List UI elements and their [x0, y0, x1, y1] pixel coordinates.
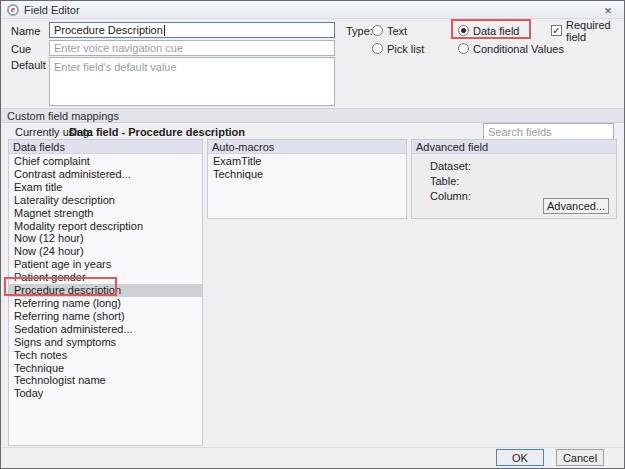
radio-conditional-values[interactable]: Conditional Values [458, 41, 564, 56]
list-item[interactable]: Patient gender [9, 271, 202, 284]
advanced-field-body: Dataset: Table: Column: Advanced... [412, 154, 616, 218]
list-item[interactable]: Now (24 hour) [9, 245, 202, 258]
dataset-label: Dataset: [430, 160, 471, 172]
list-item[interactable]: Today [9, 387, 202, 400]
currently-using-value: Data field - Procedure description [69, 126, 245, 138]
name-label: Name [11, 25, 40, 37]
required-field-label: Required field [566, 19, 624, 43]
list-item[interactable]: Exam title [9, 181, 202, 194]
text-caret [164, 25, 165, 36]
list-item[interactable]: ExamTitle [208, 155, 406, 168]
data-fields-list[interactable]: Chief complaintContrast administered...E… [9, 154, 202, 445]
cue-label: Cue [11, 43, 31, 55]
advanced-field-header: Advanced field [412, 140, 616, 154]
radio-icon [372, 43, 383, 54]
list-item[interactable]: Laterality description [9, 194, 202, 207]
radio-data-field-label: Data field [473, 25, 519, 37]
list-item[interactable]: Modality report description [9, 220, 202, 233]
list-item[interactable]: Procedure description [9, 284, 202, 297]
window-title: Field Editor [24, 4, 80, 16]
list-item[interactable]: Contrast administered... [9, 168, 202, 181]
default-input[interactable]: Enter field's default value [49, 57, 335, 106]
list-item[interactable]: Tech notes [9, 349, 202, 362]
section-header-custom-field-mappings: Custom field mappings [1, 108, 624, 123]
table-label: Table: [430, 175, 459, 187]
radio-data-field[interactable]: Data field [458, 23, 519, 38]
ok-button[interactable]: OK [496, 449, 544, 466]
cue-input[interactable]: Enter voice navigation cue [49, 40, 335, 56]
auto-macros-header: Auto-macros [208, 140, 406, 154]
name-input[interactable]: Procedure Description [49, 22, 335, 38]
data-fields-header-label: Data fields [13, 141, 65, 153]
close-icon[interactable]: × [600, 2, 616, 18]
section-title: Custom field mappings [7, 110, 119, 122]
checkbox-icon: ✓ [551, 25, 562, 36]
list-item[interactable]: Technologist name [9, 374, 202, 387]
app-logo-glyph: e [11, 5, 15, 14]
list-item[interactable]: Chief complaint [9, 155, 202, 168]
radio-pick-list[interactable]: Pick list [372, 41, 424, 56]
list-item[interactable]: Now (12 hour) [9, 232, 202, 245]
name-value: Procedure Description [54, 24, 163, 36]
footer-divider [1, 447, 624, 448]
search-placeholder: Search fields [488, 126, 552, 138]
cancel-button[interactable]: Cancel [556, 449, 604, 466]
auto-macros-list[interactable]: ExamTitleTechnique [208, 154, 406, 218]
cue-placeholder: Enter voice navigation cue [54, 42, 183, 54]
list-item[interactable]: Sedation administered... [9, 323, 202, 336]
list-item[interactable]: Referring name (long) [9, 297, 202, 310]
radio-icon [458, 25, 469, 36]
advanced-button[interactable]: Advanced... [543, 198, 609, 214]
radio-pick-list-label: Pick list [387, 43, 424, 55]
default-label: Default [11, 59, 46, 71]
data-fields-header: Data fields [9, 140, 202, 154]
list-item[interactable]: Magnet strength [9, 207, 202, 220]
check-glyph: ✓ [552, 26, 560, 36]
field-editor-dialog: e Field Editor × Name Procedure Descript… [0, 0, 625, 469]
radio-text[interactable]: Text [372, 23, 407, 38]
type-label: Type: [346, 25, 373, 37]
list-item[interactable]: Signs and symptoms [9, 336, 202, 349]
radio-icon [372, 25, 383, 36]
radio-conditional-values-label: Conditional Values [473, 43, 564, 55]
default-placeholder: Enter field's default value [54, 61, 177, 73]
data-fields-panel: Data fields Chief complaintContrast admi… [8, 139, 203, 446]
required-field-checkbox[interactable]: ✓ Required field [551, 23, 624, 38]
app-logo-icon: e [7, 4, 19, 16]
list-item[interactable]: Technique [9, 362, 202, 375]
list-item[interactable]: Patient age in years [9, 258, 202, 271]
radio-text-label: Text [387, 25, 407, 37]
list-item[interactable]: Referring name (short) [9, 310, 202, 323]
column-label: Column: [430, 190, 471, 202]
list-item[interactable]: Technique [208, 168, 406, 181]
titlebar: e Field Editor × [1, 1, 624, 19]
radio-icon [458, 43, 469, 54]
search-fields-input[interactable]: Search fields [483, 123, 614, 140]
advanced-field-panel: Advanced field Dataset: Table: Column: A… [411, 139, 617, 219]
auto-macros-header-label: Auto-macros [212, 141, 274, 153]
advanced-field-header-label: Advanced field [416, 141, 488, 153]
auto-macros-panel: Auto-macros ExamTitleTechnique [207, 139, 407, 219]
